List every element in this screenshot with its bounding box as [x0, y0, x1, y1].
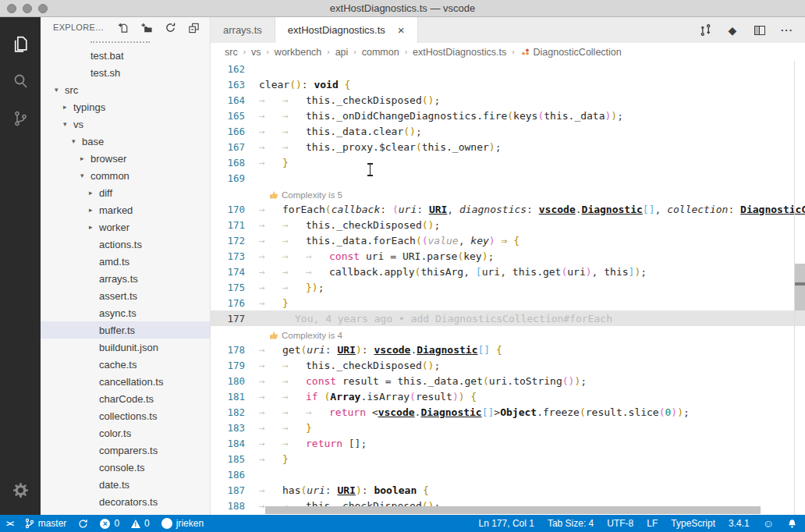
split-editor-button[interactable]: [753, 23, 767, 37]
tree-item-test-bat[interactable]: test.bat: [41, 47, 210, 64]
status-github-account[interactable]: jrieken: [161, 518, 204, 529]
code-line-172[interactable]: 172→→this._data.forEach((value, key) ⇒ {: [211, 232, 805, 248]
breadcrumb-item-vs[interactable]: vs: [251, 47, 261, 58]
status-feedback[interactable]: ☺: [763, 518, 774, 529]
status-encoding[interactable]: UTF-8: [607, 518, 633, 529]
code-line-173[interactable]: 173→→→const uri = URI.parse(key);: [211, 248, 805, 264]
clipped-item-remnant: [90, 41, 150, 43]
tree-item-cache-ts[interactable]: cache.ts: [41, 356, 210, 373]
tree-item-date-ts[interactable]: date.ts: [41, 476, 210, 493]
code-line-170[interactable]: 170→forEach(callback: (uri: URI, diagnos…: [211, 201, 805, 217]
tree-item-console-ts[interactable]: console.ts: [41, 459, 210, 476]
codelens-annotation[interactable]: Complexity is 4: [211, 326, 805, 342]
code-line-168[interactable]: 168→}: [211, 154, 805, 170]
code-line-177[interactable]: 177You, 4 years ago • add DiagnosticsCol…: [211, 310, 805, 326]
code-editor[interactable]: 162163clear(): void {164→→this._checkDis…: [211, 61, 805, 515]
code-line-185[interactable]: 185→}: [211, 451, 805, 466]
code-line-169[interactable]: 169: [211, 170, 805, 186]
tree-item-buildunit-json[interactable]: buildunit.json: [41, 339, 210, 356]
tree-item-typings[interactable]: ▸typings: [41, 98, 210, 115]
tree-item-marked[interactable]: ▸marked: [41, 201, 210, 218]
breadcrumb-item-common[interactable]: common: [362, 47, 399, 58]
tab-arrays-ts[interactable]: arrays.ts: [211, 17, 275, 43]
minimize-window-button[interactable]: [23, 4, 32, 13]
status-remote[interactable]: ><: [6, 520, 13, 528]
horizontal-scrollbar[interactable]: [265, 506, 761, 514]
breadcrumb-item-exthostdiagnostics-ts[interactable]: extHostDiagnostics.ts: [413, 47, 506, 58]
tree-item-common[interactable]: ▾common: [41, 167, 210, 184]
tree-item-src[interactable]: ▾src: [41, 81, 210, 98]
status-ts-version[interactable]: 3.4.1: [729, 518, 750, 529]
tree-item-base[interactable]: ▾base: [41, 133, 210, 150]
status-indentation[interactable]: Tab Size: 4: [548, 518, 594, 529]
new-folder-button[interactable]: [140, 20, 154, 34]
tree-item-cancellation-ts[interactable]: cancellation.ts: [41, 373, 210, 390]
collapse-all-button[interactable]: [186, 20, 200, 34]
code-line-171[interactable]: 171→→this._checkDisposed();: [211, 217, 805, 232]
status-language-mode[interactable]: TypeScript: [671, 518, 715, 529]
more-actions-button[interactable]: ···: [780, 23, 794, 37]
code-line-179[interactable]: 179→→this._checkDisposed();: [211, 357, 805, 373]
close-window-button[interactable]: [7, 4, 16, 13]
zoom-window-button[interactable]: [38, 4, 48, 13]
status-branch[interactable]: master: [25, 518, 67, 529]
code-line-163[interactable]: 163clear(): void {: [211, 76, 805, 92]
code-line-166[interactable]: 166→→this._data.clear();: [211, 123, 805, 139]
refresh-button[interactable]: [163, 20, 177, 34]
tree-item-browser[interactable]: ▸browser: [41, 150, 210, 167]
tree-item-collections-ts[interactable]: collections.ts: [41, 407, 210, 424]
code-line-186[interactable]: 186: [211, 466, 805, 482]
code-line-176[interactable]: 176→}: [211, 295, 805, 310]
tree-item-vs[interactable]: ▾vs: [41, 115, 210, 133]
status-errors[interactable]: ×0: [100, 518, 119, 529]
status-notifications[interactable]: [787, 519, 797, 529]
status-warnings[interactable]: !0: [131, 518, 150, 529]
code-line-182[interactable]: 182→→→return <vscode.Diagnostic[]>Object…: [211, 404, 805, 420]
tree-item-arrays-ts[interactable]: arrays.ts: [41, 270, 210, 287]
codelens-annotation[interactable]: Complexity is 5: [211, 186, 805, 201]
breadcrumb-item-src[interactable]: src: [225, 47, 238, 58]
code-line-167[interactable]: 167→→this._proxy.$clear(this._owner);: [211, 139, 805, 154]
tree-item-async-ts[interactable]: async.ts: [41, 304, 210, 321]
tree-item-amd-ts[interactable]: amd.ts: [41, 253, 210, 270]
tree-item-buffer-ts[interactable]: buffer.ts: [41, 321, 210, 339]
close-tab-button[interactable]: ×: [398, 24, 405, 36]
tree-item-charcode-ts[interactable]: charCode.ts: [41, 390, 210, 407]
code-line-175[interactable]: 175→→});: [211, 279, 805, 295]
status-cursor-position-label: Ln 177, Col 1: [479, 518, 534, 529]
code-line-164[interactable]: 164→→this._checkDisposed();: [211, 92, 805, 108]
status-sync[interactable]: [78, 519, 88, 529]
tab-exthostdiagnostics-ts[interactable]: extHostDiagnostics.ts×: [275, 17, 418, 43]
tree-item-diff[interactable]: ▸diff: [41, 184, 210, 201]
activity-item-explorer[interactable]: [0, 25, 41, 62]
activity-item-source-control[interactable]: [0, 100, 41, 137]
annotations-button[interactable]: ◆: [725, 23, 739, 37]
activity-item-search[interactable]: [0, 62, 41, 100]
tree-item-decorators-ts[interactable]: decorators.ts: [41, 493, 210, 510]
code-line-180[interactable]: 180→→const result = this._data.get(uri.t…: [211, 373, 805, 388]
code-line-165[interactable]: 165→→this._onDidChangeDiagnostics.fire(k…: [211, 108, 805, 123]
code-line-184[interactable]: 184→→return [];: [211, 435, 805, 451]
tree-item-test-sh[interactable]: test.sh: [41, 64, 210, 81]
breadcrumb-item-api[interactable]: api: [335, 47, 349, 58]
breadcrumb-symbol[interactable]: DiagnosticCollection: [520, 47, 622, 58]
code-line-162[interactable]: 162: [211, 61, 805, 76]
tree-item-clipped[interactable]: [41, 37, 210, 47]
breadcrumb-item-workbench[interactable]: workbench: [275, 47, 321, 58]
tree-item-worker[interactable]: ▸worker: [41, 218, 210, 236]
tree-item-assert-ts[interactable]: assert.ts: [41, 287, 210, 304]
code-line-174[interactable]: 174→→→callback.apply(thisArg, [uri, this…: [211, 264, 805, 279]
code-line-178[interactable]: 178→get(uri: URI): vscode.Diagnostic[] {: [211, 342, 805, 357]
open-changes-button[interactable]: [698, 23, 712, 37]
code-line-183[interactable]: 183→→}: [211, 420, 805, 435]
tree-item-comparers-ts[interactable]: comparers.ts: [41, 442, 210, 459]
tree-item-color-ts[interactable]: color.ts: [41, 424, 210, 442]
tree-item-actions-ts[interactable]: actions.ts: [41, 236, 210, 253]
activity-item-settings[interactable]: [0, 471, 41, 509]
vertical-scrollbar[interactable]: [795, 264, 805, 310]
code-line-187[interactable]: 187→has(uri: URI): boolean {: [211, 482, 805, 498]
status-eol[interactable]: LF: [647, 518, 658, 529]
status-cursor-position[interactable]: Ln 177, Col 1: [479, 518, 534, 529]
new-file-button[interactable]: [116, 20, 130, 34]
code-line-181[interactable]: 181→→if (Array.isArray(result)) {: [211, 388, 805, 404]
